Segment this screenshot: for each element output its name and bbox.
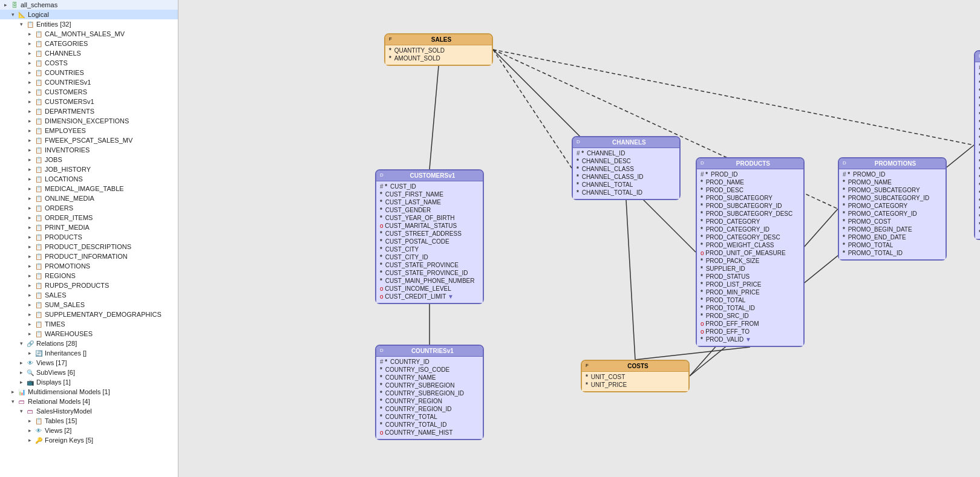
toggle-departments[interactable]: ▸ (25, 108, 34, 114)
sidebar-item-inheritances[interactable]: ▸🔄Inheritances [] (0, 348, 178, 358)
toggle-regions[interactable]: ▸ (25, 273, 34, 279)
table-sales[interactable]: FSALES * QUANTITY_SOLD* AMOUNT_SOLD (384, 33, 493, 66)
sidebar-item-regions[interactable]: ▸📋REGIONS (0, 271, 178, 281)
table-channels[interactable]: DCHANNELS # * CHANNEL_ID* CHANNEL_DESC* … (572, 136, 681, 200)
toggle-countriesv1[interactable]: ▸ (25, 79, 34, 85)
toggle-costs[interactable]: ▸ (25, 60, 34, 66)
toggle-displays[interactable]: ▸ (17, 379, 25, 385)
toggle-channels[interactable]: ▸ (25, 50, 34, 56)
toggle-sales_history[interactable]: ▾ (17, 408, 25, 414)
table-times[interactable]: DTIMES # * TIME_ID* DAY_NAME* DAY_NUMBER… (974, 50, 980, 240)
sidebar-item-entities[interactable]: ▾📋Entities [32] (0, 19, 178, 29)
toggle-rel_models[interactable]: ▾ (8, 398, 17, 404)
toggle-logical[interactable]: ▾ (8, 11, 17, 18)
sidebar-item-countriesv1[interactable]: ▸📋COUNTRIESv1 (0, 77, 178, 87)
toggle-all_schemas[interactable]: ▸ (1, 2, 10, 8)
sidebar-item-categories[interactable]: ▸📋CATEGORIES (0, 39, 178, 48)
sidebar-item-online_media[interactable]: ▸📋ONLINE_MEDIA (0, 193, 178, 203)
toggle-countries[interactable]: ▸ (25, 70, 34, 76)
sidebar-item-subviews[interactable]: ▸🔍SubViews [6] (0, 368, 178, 377)
sidebar-item-logical[interactable]: ▾📐Logical (0, 10, 178, 19)
toggle-sales[interactable]: ▸ (25, 292, 34, 298)
toggle-relations[interactable]: ▾ (17, 340, 25, 346)
sidebar-item-dim_exceptions[interactable]: ▸📋DIMENSION_EXCEPTIONS (0, 116, 178, 126)
toggle-employees[interactable]: ▸ (25, 128, 34, 134)
toggle-job_history[interactable]: ▸ (25, 166, 34, 172)
sidebar-item-order_items[interactable]: ▸📋ORDER_ITEMS (0, 213, 178, 222)
sidebar-item-views[interactable]: ▸👁Views [17] (0, 358, 178, 368)
sidebar-item-inventories[interactable]: ▸📋INVENTORIES (0, 145, 178, 155)
sidebar-item-supp_demo[interactable]: ▸📋SUPPLEMENTARY_DEMOGRAPHICS (0, 310, 178, 319)
sidebar-item-print_media[interactable]: ▸📋PRINT_MEDIA (0, 222, 178, 232)
toggle-promotions[interactable]: ▸ (25, 263, 34, 269)
toggle-rupds[interactable]: ▸ (25, 282, 34, 288)
toggle-inventories[interactable]: ▸ (25, 147, 34, 153)
toggle-inheritances[interactable]: ▸ (25, 350, 34, 356)
sidebar-item-locations[interactable]: ▸📋LOCATIONS (0, 174, 178, 184)
sidebar-item-promotions[interactable]: ▸📋PROMOTIONS (0, 261, 178, 271)
sidebar-item-fweek[interactable]: ▸📋FWEEK_PSCAT_SALES_MV (0, 135, 178, 145)
sidebar-item-employees[interactable]: ▸📋EMPLOYEES (0, 126, 178, 135)
sidebar-item-mm_models[interactable]: ▸📊Multidimensional Models [1] (0, 387, 178, 397)
toggle-times[interactable]: ▸ (25, 321, 34, 327)
sidebar-item-sales[interactable]: ▸📋SALES (0, 290, 178, 300)
table-promotions[interactable]: DPROMOTIONS # * PROMO_ID* PROMO_NAME* PR… (838, 157, 947, 261)
table-countriesv1[interactable]: DCOUNTRIESv1 # * COUNTRY_ID* COUNTRY_ISO… (375, 345, 484, 440)
sidebar-item-product_desc[interactable]: ▸📋PRODUCT_DESCRIPTIONS (0, 242, 178, 251)
toggle-product_desc[interactable]: ▸ (25, 244, 34, 250)
toggle-medical[interactable]: ▸ (25, 186, 34, 192)
toggle-warehouses[interactable]: ▸ (25, 331, 34, 337)
sidebar-item-tables15[interactable]: ▸📋Tables [15] (0, 416, 178, 426)
table-customersv1[interactable]: DCUSTOMERSv1 # * CUST_ID* CUST_FIRST_NAM… (375, 169, 484, 304)
sidebar-item-product_info[interactable]: ▸📋PRODUCT_INFORMATION (0, 251, 178, 261)
sidebar-item-countries[interactable]: ▸📋COUNTRIES (0, 68, 178, 77)
sidebar-item-rel_models[interactable]: ▾🗃Relational Models [4] (0, 397, 178, 406)
sidebar-item-departments[interactable]: ▸📋DEPARTMENTS (0, 106, 178, 116)
sidebar-item-warehouses[interactable]: ▸📋WAREHOUSES (0, 329, 178, 339)
toggle-customersv1[interactable]: ▸ (25, 99, 34, 105)
toggle-online_media[interactable]: ▸ (25, 195, 34, 201)
sidebar-item-customersv1[interactable]: ▸📋CUSTOMERSv1 (0, 97, 178, 106)
sidebar-item-channels[interactable]: ▸📋CHANNELS (0, 48, 178, 58)
toggle-subviews[interactable]: ▸ (17, 369, 25, 375)
sidebar-item-medical[interactable]: ▸📋MEDICAL_IMAGE_TABLE (0, 184, 178, 193)
sidebar-item-displays[interactable]: ▸📺Displays [1] (0, 377, 178, 387)
toggle-categories[interactable]: ▸ (25, 41, 34, 47)
sidebar-item-sales_history[interactable]: ▾🗃SalesHistoryModel (0, 406, 178, 416)
toggle-tables15[interactable]: ▸ (25, 418, 34, 424)
toggle-product_info[interactable]: ▸ (25, 253, 34, 259)
toggle-views[interactable]: ▸ (17, 360, 25, 366)
table-products[interactable]: DPRODUCTS # * PROD_ID* PROD_NAME* PROD_D… (696, 157, 805, 347)
toggle-mm_models[interactable]: ▸ (8, 389, 17, 395)
toggle-order_items[interactable]: ▸ (25, 215, 34, 221)
sidebar-item-orders[interactable]: ▸📋ORDERS (0, 203, 178, 213)
toggle-customers[interactable]: ▸ (25, 89, 34, 95)
sidebar-item-times[interactable]: ▸📋TIMES (0, 319, 178, 329)
sidebar-item-all_schemas[interactable]: ▸🗄all_schemas (0, 0, 178, 10)
sidebar-item-cal_month[interactable]: ▸📋CAL_MONTH_SALES_MV (0, 29, 178, 39)
sidebar-item-fk5[interactable]: ▸🔑Foreign Keys [5] (0, 435, 178, 445)
toggle-cal_month[interactable]: ▸ (25, 31, 34, 37)
toggle-sum_sales[interactable]: ▸ (25, 302, 34, 308)
toggle-locations[interactable]: ▸ (25, 176, 34, 182)
sidebar-item-rupds[interactable]: ▸📋RUPDS_PRODUCTS (0, 281, 178, 290)
toggle-supp_demo[interactable]: ▸ (25, 311, 34, 317)
sidebar-item-customers[interactable]: ▸📋CUSTOMERS (0, 87, 178, 97)
toggle-print_media[interactable]: ▸ (25, 224, 34, 230)
sidebar-item-relations[interactable]: ▾🔗Relations [28] (0, 339, 178, 348)
toggle-dim_exceptions[interactable]: ▸ (25, 118, 34, 124)
toggle-views2[interactable]: ▸ (25, 427, 34, 433)
toggle-orders[interactable]: ▸ (25, 205, 34, 211)
toggle-fk5[interactable]: ▸ (25, 437, 34, 443)
sidebar-item-costs[interactable]: ▸📋COSTS (0, 58, 178, 68)
sidebar-item-views2[interactable]: ▸👁Views [2] (0, 426, 178, 435)
toggle-entities[interactable]: ▾ (17, 21, 25, 27)
sidebar-item-products[interactable]: ▸📋PRODUCTS (0, 232, 178, 242)
sidebar-item-sum_sales[interactable]: ▸📋SUM_SALES (0, 300, 178, 310)
toggle-jobs[interactable]: ▸ (25, 157, 34, 163)
table-costs[interactable]: FCOSTS * UNIT_COST* UNIT_PRICE (581, 360, 690, 392)
sidebar-item-jobs[interactable]: ▸📋JOBS (0, 155, 178, 164)
sidebar-item-job_history[interactable]: ▸📋JOB_HISTORY (0, 164, 178, 174)
toggle-products[interactable]: ▸ (25, 234, 34, 240)
toggle-fweek[interactable]: ▸ (25, 137, 34, 143)
